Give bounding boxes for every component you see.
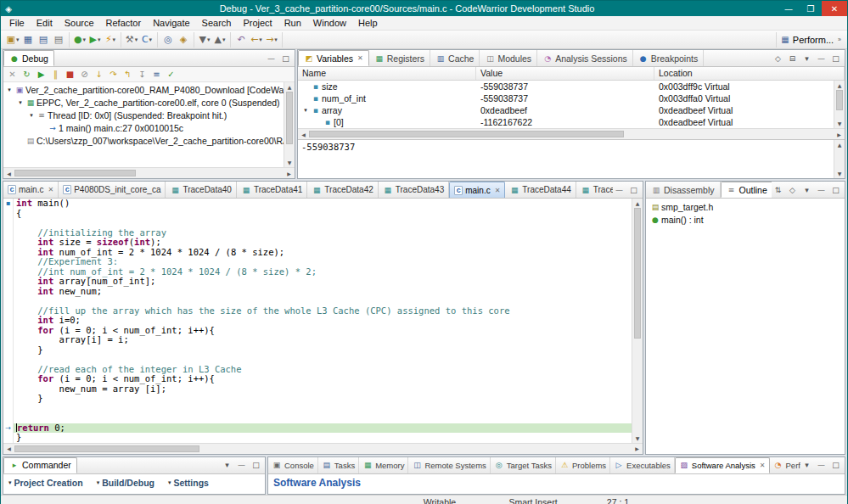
- tab-tracedata44[interactable]: ▦TraceData44: [505, 182, 576, 198]
- save-button[interactable]: ▦: [20, 32, 36, 48]
- commander-section-project-creation[interactable]: ▾Project Creation: [8, 478, 83, 488]
- debug-button[interactable]: ●▾: [72, 32, 87, 48]
- debug-tree-item[interactable]: ▤C:\Users\zzp_007\workspace\Ver_2_cache_…: [3, 134, 284, 147]
- scroll-up-icon[interactable]: ▲: [834, 140, 845, 149]
- tab-main-c[interactable]: cmain.c✕: [449, 182, 505, 198]
- variable-row[interactable]: ▪[0]-11621676220xdeadbeef Virtual: [298, 116, 834, 128]
- commander-section-settings[interactable]: ▾Settings: [168, 478, 209, 488]
- tab-target-tasks[interactable]: ◎Target Tasks: [491, 457, 556, 473]
- menu-source[interactable]: Source: [59, 18, 100, 28]
- save-all-button[interactable]: ▤: [36, 32, 51, 48]
- tab-software-analysis[interactable]: ▨Software Analysis✕: [675, 457, 770, 473]
- dropdown-arrow-icon[interactable]: ▾: [222, 36, 226, 43]
- column-header-value[interactable]: Value: [476, 67, 654, 80]
- editor-vertical-scrollbar[interactable]: ▲ ▼: [632, 199, 643, 443]
- editor-horizontal-scrollbar[interactable]: ◀ ▶: [3, 443, 643, 454]
- tab-modules[interactable]: ◫Modules: [480, 50, 537, 66]
- dropdown-arrow-icon[interactable]: ▾: [259, 36, 262, 43]
- view-menu-icon[interactable]: ▾: [221, 459, 233, 472]
- scroll-right-icon[interactable]: ▶: [632, 444, 643, 453]
- build-button[interactable]: ⚒▾: [124, 32, 139, 48]
- tab-tracedata42[interactable]: ▦TraceData42: [307, 182, 378, 198]
- perspective-label[interactable]: Perform...: [793, 35, 834, 45]
- tab-tracedata43[interactable]: ▦TraceData43: [379, 182, 449, 198]
- expander-icon[interactable]: ▾: [27, 112, 36, 119]
- view-menu-icon[interactable]: ▾: [800, 52, 813, 64]
- view-menu-icon[interactable]: ▾: [800, 459, 813, 472]
- restart-button[interactable]: ↻: [20, 68, 34, 81]
- scroll-left-icon[interactable]: ◀: [3, 444, 14, 453]
- use-step-filters-button[interactable]: ✓: [164, 68, 178, 81]
- debug-tree-item[interactable]: ▾≡Thread [ID: 0x0] (Suspended: Breakpoin…: [3, 109, 284, 121]
- scroll-down-icon[interactable]: ▼: [632, 434, 643, 443]
- tab-p4080ds-init-core-ca[interactable]: cP4080DS_init_core_ca: [59, 182, 166, 198]
- outline-item[interactable]: ●main() : int: [646, 213, 845, 226]
- minimize-view-icon[interactable]: —: [815, 52, 828, 64]
- code-line[interactable]: }: [16, 394, 632, 404]
- tab-disassembly[interactable]: ▥Disassembly: [646, 182, 721, 198]
- variable-row[interactable]: ▾▪array0xdeadbeef0xdeadbeef Virtual: [298, 104, 834, 116]
- next-annotation-button[interactable]: ▼▾: [197, 32, 212, 48]
- tab-main-c[interactable]: cmain.c✕: [3, 182, 59, 198]
- dropdown-arrow-icon[interactable]: ▾: [135, 36, 138, 43]
- code-line[interactable]: [16, 404, 632, 414]
- tab-tasks[interactable]: ▤Tasks: [318, 457, 359, 473]
- minimize-button[interactable]: —: [778, 1, 800, 16]
- expander-icon[interactable]: ▾: [301, 107, 310, 114]
- menu-navigate[interactable]: Navigate: [147, 18, 195, 28]
- code-line[interactable]: new_num = array [i];: [16, 384, 632, 395]
- scroll-left-icon[interactable]: ◀: [3, 169, 14, 178]
- new-wizard-button[interactable]: ▣▾: [5, 32, 20, 48]
- scroll-up-icon[interactable]: ▲: [632, 199, 643, 208]
- flash-programmer-button[interactable]: ⚡▾: [103, 32, 118, 48]
- forward-button[interactable]: →▾: [264, 32, 279, 48]
- close-tab-icon[interactable]: ✕: [357, 54, 363, 62]
- dropdown-arrow-icon[interactable]: ▾: [274, 36, 278, 43]
- scroll-left-icon[interactable]: ◀: [298, 130, 309, 139]
- debug-horizontal-scrollbar[interactable]: ◀ ▶: [3, 167, 295, 178]
- tab-variables[interactable]: ◩Variables✕: [298, 50, 369, 66]
- scroll-down-icon[interactable]: ▼: [834, 169, 845, 178]
- maximize-view-icon[interactable]: □: [279, 52, 292, 64]
- tab-memory[interactable]: ▦Memory: [359, 457, 408, 473]
- suspend-button[interactable]: ‖: [48, 68, 63, 81]
- code-line[interactable]: int new_num;: [16, 287, 632, 297]
- perspective-switcher[interactable]: ▦ Perform... »: [776, 32, 845, 48]
- scroll-down-icon[interactable]: ▼: [284, 158, 295, 167]
- dropdown-arrow-icon[interactable]: ▾: [16, 36, 20, 43]
- dropdown-arrow-icon[interactable]: ▾: [113, 36, 116, 43]
- maximize-button[interactable]: ❐: [800, 1, 822, 16]
- dropdown-arrow-icon[interactable]: ▾: [207, 36, 211, 43]
- tab-cache[interactable]: ▥Cache: [430, 50, 480, 66]
- scroll-down-icon[interactable]: ▼: [834, 119, 845, 128]
- tab-commander[interactable]: ▸Commander: [3, 457, 77, 473]
- collapse-all-icon[interactable]: ⊟: [786, 52, 799, 64]
- maximize-view-icon[interactable]: □: [250, 459, 262, 472]
- previous-annotation-button[interactable]: ▲▾: [212, 32, 227, 48]
- menu-search[interactable]: Search: [196, 18, 238, 28]
- instruction-stepping-button[interactable]: ≡: [149, 68, 164, 81]
- menu-help[interactable]: Help: [352, 18, 384, 28]
- titlebar[interactable]: ◈ Debug - Ver_3_cache_partition-core00/S…: [1, 1, 847, 16]
- dropdown-arrow-icon[interactable]: ▾: [149, 36, 153, 43]
- code-line[interactable]: int array[num_of_int];: [16, 277, 632, 287]
- resume-button[interactable]: ▶: [34, 68, 48, 81]
- code-area[interactable]: int main(){ //initializing the array int…: [14, 199, 632, 443]
- code-line[interactable]: //fill up the array which has the size o…: [16, 306, 632, 316]
- code-line[interactable]: [16, 413, 632, 423]
- dropdown-arrow-icon[interactable]: ▾: [98, 36, 101, 43]
- tab-tracedata41[interactable]: ▦TraceData41: [237, 182, 307, 198]
- menu-edit[interactable]: Edit: [31, 18, 59, 28]
- tab-console[interactable]: ▣Console: [268, 457, 318, 473]
- remove-all-button[interactable]: ✕: [5, 68, 20, 81]
- minimize-view-icon[interactable]: —: [235, 459, 248, 472]
- minimize-view-icon[interactable]: —: [613, 183, 626, 196]
- back-button[interactable]: ←▾: [249, 32, 264, 48]
- scroll-up-icon[interactable]: ▲: [284, 82, 295, 92]
- sort-icon[interactable]: ⇅: [772, 183, 784, 196]
- editor-gutter[interactable]: ▪→: [3, 199, 14, 443]
- dropdown-arrow-icon[interactable]: ▾: [83, 36, 87, 43]
- tab-breakpoints[interactable]: ●Breakpoints: [633, 50, 704, 66]
- variable-row[interactable]: ▪size-5590387370x003dff9c Virtual: [298, 81, 834, 92]
- minimize-view-icon[interactable]: —: [815, 183, 828, 196]
